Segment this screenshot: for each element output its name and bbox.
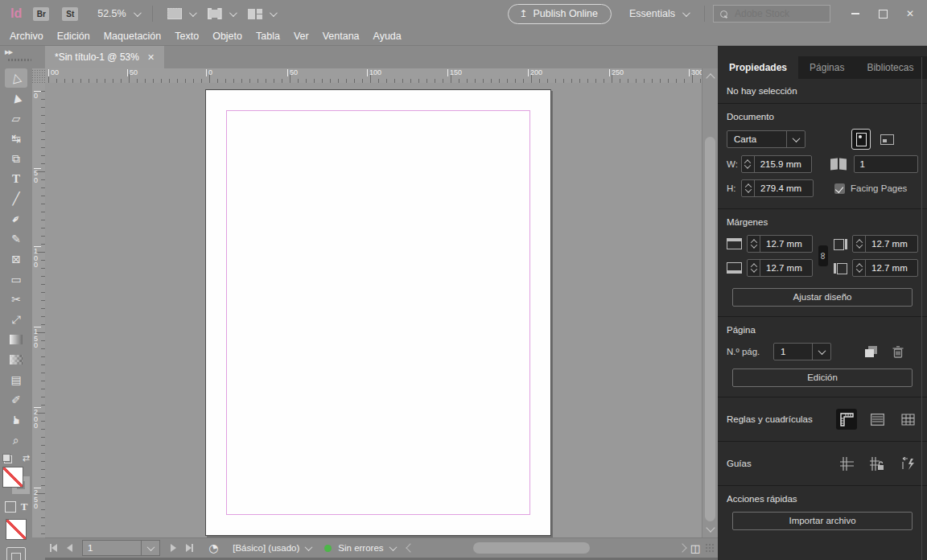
- width-stepper[interactable]: [742, 156, 755, 172]
- screen-mode-button[interactable]: [6, 547, 26, 560]
- note-tool[interactable]: ▤: [5, 370, 27, 389]
- margin-top-field[interactable]: 12.7 mm: [747, 235, 813, 253]
- horizontal-scrollbar[interactable]: ◫: [407, 538, 718, 558]
- fill-swatch[interactable]: [2, 467, 23, 488]
- eyedropper-tool[interactable]: ✐: [5, 390, 27, 410]
- gradient-feather-tool[interactable]: [5, 350, 27, 369]
- margin-left-stepper[interactable]: [853, 260, 866, 276]
- line-tool[interactable]: ╱: [5, 189, 27, 208]
- menu-edicion[interactable]: Edición: [57, 31, 90, 42]
- orientation-landscape-button[interactable]: [878, 130, 896, 149]
- page-size-select[interactable]: Carta: [727, 130, 805, 148]
- zoom-level-dropdown[interactable]: 52.5%: [97, 8, 138, 19]
- document-tab[interactable]: *Sin título-1 @ 53% ✕: [45, 46, 164, 68]
- preflight-status-dropdown[interactable]: Sin errores: [324, 543, 395, 553]
- show-rulers-button[interactable]: [836, 409, 857, 430]
- menu-maquetacion[interactable]: Maquetación: [104, 31, 162, 42]
- pencil-tool[interactable]: ✎: [5, 229, 27, 249]
- direct-selection-tool[interactable]: ▶: [5, 89, 27, 108]
- scroll-right-icon[interactable]: [678, 543, 686, 552]
- pasteboard[interactable]: [45, 83, 702, 537]
- resize-grip-icon[interactable]: [705, 543, 715, 553]
- menu-tabla[interactable]: Tabla: [256, 31, 280, 42]
- swap-fill-stroke-icon[interactable]: ⇄: [23, 453, 30, 463]
- close-button[interactable]: ✕: [896, 3, 924, 24]
- content-collector-tool[interactable]: ⧉: [5, 149, 27, 168]
- margin-right-field[interactable]: 12.7 mm: [852, 235, 918, 253]
- default-fill-stroke-icon[interactable]: [2, 454, 12, 463]
- publish-online-button[interactable]: ↥ Publish Online: [508, 4, 612, 24]
- margin-left-field[interactable]: 12.7 mm: [852, 259, 918, 277]
- vertical-scrollbar-thumb[interactable]: [705, 137, 715, 521]
- margin-bottom-field[interactable]: 12.7 mm: [747, 259, 813, 277]
- adobe-stock-search[interactable]: [713, 5, 830, 23]
- gradient-tool[interactable]: [5, 330, 27, 349]
- units-increments-dropdown[interactable]: [167, 8, 195, 19]
- preflight-profile-dropdown[interactable]: [Básico] (usado): [233, 543, 311, 553]
- close-tab-icon[interactable]: ✕: [147, 52, 154, 63]
- next-page-button[interactable]: [165, 541, 181, 555]
- horizontal-scrollbar-thumb[interactable]: [473, 542, 590, 554]
- scroll-left-icon[interactable]: [406, 543, 414, 552]
- split-layout-icon[interactable]: ◫: [690, 542, 700, 554]
- ruler-corner[interactable]: [32, 68, 45, 83]
- screen-mode-dropdown[interactable]: [248, 9, 275, 19]
- maximize-button[interactable]: [869, 3, 896, 24]
- first-page-button[interactable]: [45, 541, 61, 555]
- gap-tool[interactable]: ↹: [5, 129, 27, 148]
- previous-page-button[interactable]: [61, 541, 77, 555]
- delete-page-icon[interactable]: [892, 346, 904, 358]
- show-guides-button[interactable]: [836, 453, 857, 474]
- type-tool[interactable]: T: [5, 169, 27, 188]
- document-page[interactable]: [205, 89, 551, 536]
- smart-guides-button[interactable]: [897, 453, 918, 474]
- minimize-button[interactable]: [842, 3, 869, 24]
- toolbar-grip[interactable]: [7, 58, 31, 62]
- lock-guides-button[interactable]: [867, 453, 888, 474]
- free-transform-tool[interactable]: ⤢: [5, 310, 27, 329]
- panel-tab-propiedades[interactable]: Propiedades: [718, 56, 798, 79]
- panel-tab-paginas[interactable]: Páginas: [798, 56, 855, 79]
- collapse-panels-icon[interactable]: ▸▸: [5, 47, 12, 57]
- menu-objeto[interactable]: Objeto: [212, 31, 242, 42]
- formatting-affects-container-icon[interactable]: [5, 501, 16, 513]
- page-number-select[interactable]: 1: [82, 540, 160, 556]
- edit-page-button[interactable]: Edición: [732, 369, 913, 387]
- panel-tab-bibliotecas[interactable]: Bibliotecas: [855, 56, 925, 79]
- selection-tool[interactable]: ▷: [5, 68, 27, 88]
- page-number-dropdown[interactable]: 1: [773, 343, 831, 360]
- workspace-switcher[interactable]: Essentials: [629, 8, 688, 19]
- baseline-grid-button[interactable]: [867, 409, 888, 430]
- frame-tool[interactable]: ⊠: [5, 249, 27, 269]
- margin-bottom-stepper[interactable]: [748, 260, 760, 276]
- adjust-layout-button[interactable]: Ajustar diseño: [732, 288, 913, 307]
- stock-button[interactable]: St: [62, 7, 78, 21]
- vertical-scrollbar[interactable]: [702, 68, 719, 537]
- scroll-down-icon[interactable]: [706, 523, 715, 532]
- page-tool[interactable]: ▱: [5, 109, 27, 128]
- add-page-icon[interactable]: [865, 346, 878, 357]
- margin-top-stepper[interactable]: [748, 236, 760, 252]
- orientation-portrait-button[interactable]: [852, 130, 870, 149]
- height-field[interactable]: 279.4 mm: [741, 179, 814, 197]
- vertical-ruler[interactable]: 050100150200250: [32, 83, 45, 537]
- preflight-icon[interactable]: ◔: [207, 541, 220, 556]
- width-field[interactable]: 215.9 mm: [741, 155, 812, 173]
- pages-count-field[interactable]: 1: [854, 155, 918, 173]
- margin-right-stepper[interactable]: [853, 236, 866, 252]
- height-stepper[interactable]: [742, 180, 755, 196]
- formatting-affects-text-icon[interactable]: T: [21, 500, 28, 513]
- search-input[interactable]: [733, 7, 809, 20]
- view-options-dropdown[interactable]: [208, 8, 235, 19]
- link-margins-button[interactable]: ∞: [818, 245, 828, 266]
- menu-ventana[interactable]: Ventana: [323, 31, 360, 42]
- zoom-tool[interactable]: ⌕: [5, 430, 27, 450]
- rectangle-tool[interactable]: ▭: [5, 270, 27, 289]
- hand-tool[interactable]: ☛: [5, 410, 27, 430]
- facing-pages-checkbox[interactable]: [834, 183, 845, 194]
- scroll-up-icon[interactable]: [706, 73, 715, 82]
- menu-ver[interactable]: Ver: [294, 31, 309, 42]
- menu-ayuda[interactable]: Ayuda: [373, 31, 402, 42]
- horizontal-scrollbar-track[interactable]: [417, 541, 676, 554]
- import-file-button[interactable]: Importar archivo: [732, 512, 913, 530]
